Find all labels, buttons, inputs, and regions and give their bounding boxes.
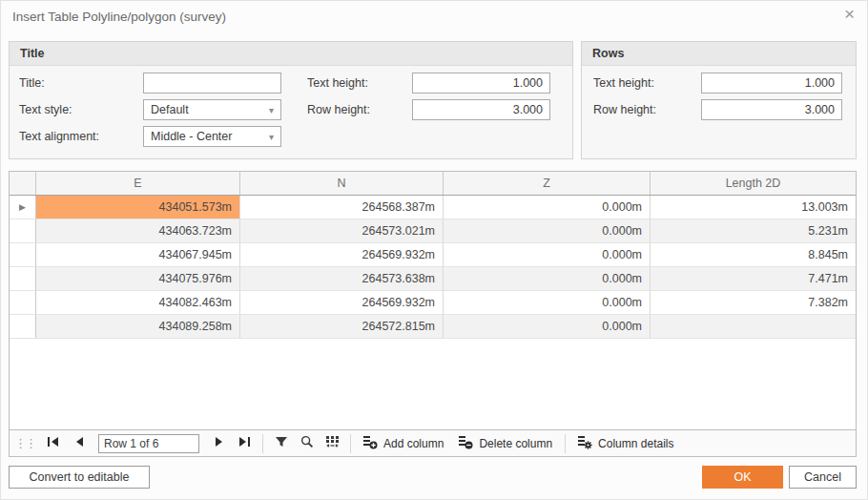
delete-column-button[interactable]: Delete column	[451, 433, 560, 454]
cell[interactable]: 7.382m	[651, 291, 856, 315]
title-text-height-input[interactable]	[412, 73, 550, 94]
table-row: 434067.945m 264569.932m 0.000m 8.845m	[10, 243, 856, 267]
row-selector[interactable]	[10, 291, 36, 315]
add-column-label: Add column	[383, 437, 444, 450]
previous-record-icon	[73, 436, 85, 450]
table-row: 434082.463m 264569.932m 0.000m 7.382m	[10, 291, 856, 315]
first-record-icon	[47, 436, 59, 450]
cancel-button[interactable]: Cancel	[789, 466, 857, 489]
cell[interactable]	[651, 315, 856, 339]
cell[interactable]: 0.000m	[444, 291, 651, 315]
column-header-z[interactable]: Z	[444, 172, 651, 195]
table-row: 434075.976m 264573.638m 0.000m 7.471m	[10, 267, 856, 291]
dialog-title: Insert Table Polyline/polygon (survey)	[12, 10, 226, 24]
row-selector[interactable]	[10, 267, 36, 291]
current-row-indicator-icon: ▶	[19, 202, 26, 212]
cell[interactable]: 264573.638m	[240, 267, 444, 291]
cell[interactable]: 434067.945m	[36, 243, 240, 267]
cell[interactable]: 0.000m	[444, 267, 651, 291]
rows-group-header: Rows	[582, 42, 856, 66]
title-group: Title Title: Text style: Default ▾ Text …	[9, 41, 573, 159]
convert-to-editable-button[interactable]: Convert to editable	[9, 466, 150, 489]
add-column-icon	[363, 435, 379, 452]
cell[interactable]: 8.845m	[651, 243, 856, 267]
cell[interactable]: 264569.932m	[240, 243, 444, 267]
toolbar-separator	[262, 434, 263, 453]
cell[interactable]: 434063.723m	[36, 219, 240, 243]
cell[interactable]: 434075.976m	[36, 267, 240, 291]
last-record-button[interactable]	[232, 433, 258, 454]
record-position-input[interactable]	[98, 434, 199, 453]
cell-selected[interactable]: 434051.573m	[36, 196, 240, 219]
cell[interactable]: 7.471m	[651, 267, 856, 291]
column-details-button[interactable]: Column details	[570, 433, 681, 454]
text-style-dropdown[interactable]: Default ▾	[143, 99, 281, 120]
rows-row-height-input[interactable]	[701, 99, 842, 120]
add-column-button[interactable]: Add column	[356, 433, 451, 454]
next-record-icon	[214, 436, 225, 450]
search-icon	[300, 435, 314, 451]
cell[interactable]: 434089.258m	[36, 315, 240, 339]
table-row: 434063.723m 264573.021m 0.000m 5.231m	[10, 219, 856, 243]
column-header-n[interactable]: N	[240, 172, 444, 195]
rows-group-body: Text height: Row height:	[582, 66, 856, 158]
insert-table-dialog: Insert Table Polyline/polygon (survey) ×…	[0, 0, 868, 500]
chevron-down-icon: ▾	[269, 132, 274, 142]
title-label: Title:	[19, 73, 45, 94]
delete-column-icon	[459, 435, 474, 452]
row-selector-header	[10, 172, 36, 195]
text-alignment-value: Middle - Center	[151, 130, 232, 143]
search-button[interactable]	[294, 433, 320, 454]
cell[interactable]: 0.000m	[444, 315, 651, 339]
table-header-row: E N Z Length 2D	[10, 172, 856, 196]
column-details-label: Column details	[598, 437, 673, 450]
title-group-body: Title: Text style: Default ▾ Text alignm…	[10, 66, 572, 158]
table-toolbar: ⋮⋮ Add column Del	[9, 430, 857, 457]
column-header-length2d[interactable]: Length 2D	[651, 172, 856, 195]
text-alignment-dropdown[interactable]: Middle - Center ▾	[143, 126, 281, 147]
title-input[interactable]	[143, 73, 281, 94]
cell[interactable]: 264569.932m	[240, 291, 444, 315]
rows-group: Rows Text height: Row height:	[581, 41, 857, 159]
text-alignment-label: Text alignment:	[19, 126, 99, 147]
coordinates-table: E N Z Length 2D ▶ 434051.573m 264568.387…	[9, 171, 857, 430]
previous-record-button[interactable]	[66, 433, 92, 454]
next-record-button[interactable]	[206, 433, 232, 454]
cell[interactable]: 264573.021m	[240, 219, 444, 243]
title-row-height-label: Row height:	[307, 99, 370, 120]
cell[interactable]: 0.000m	[444, 196, 651, 219]
close-icon[interactable]: ×	[844, 5, 855, 24]
delete-column-label: Delete column	[479, 437, 552, 450]
rows-text-height-label: Text height:	[593, 73, 654, 94]
first-record-button[interactable]	[40, 433, 66, 454]
title-text-height-label: Text height:	[307, 73, 368, 94]
chevron-down-icon: ▾	[269, 105, 274, 115]
rows-row-height-label: Row height:	[593, 99, 656, 120]
toolbar-grip-icon: ⋮⋮	[14, 436, 35, 450]
cell[interactable]: 0.000m	[444, 243, 651, 267]
rows-text-height-input[interactable]	[701, 73, 842, 94]
last-record-icon	[238, 436, 251, 450]
fit-columns-button[interactable]	[320, 433, 345, 454]
cell[interactable]: 0.000m	[444, 219, 651, 243]
cell[interactable]: 264572.815m	[240, 315, 444, 339]
column-header-e[interactable]: E	[36, 172, 240, 195]
row-selector[interactable]	[10, 315, 36, 339]
table-row: ▶ 434051.573m 264568.387m 0.000m 13.003m	[10, 196, 856, 219]
title-row-height-input[interactable]	[412, 99, 550, 120]
cell[interactable]: 13.003m	[651, 196, 856, 219]
filter-icon	[275, 435, 288, 451]
filter-button[interactable]	[268, 433, 294, 454]
cell[interactable]: 5.231m	[651, 219, 856, 243]
fit-columns-icon	[325, 435, 340, 451]
row-selector[interactable]	[10, 243, 36, 267]
row-selector[interactable]	[10, 219, 36, 243]
cell[interactable]: 264568.387m	[240, 196, 444, 219]
cell[interactable]: 434082.463m	[36, 291, 240, 315]
row-selector[interactable]: ▶	[10, 196, 36, 219]
ok-button[interactable]: OK	[702, 466, 783, 489]
column-details-icon	[578, 435, 593, 452]
title-group-header: Title	[10, 42, 572, 66]
text-style-value: Default	[151, 103, 189, 116]
toolbar-separator	[350, 434, 351, 453]
